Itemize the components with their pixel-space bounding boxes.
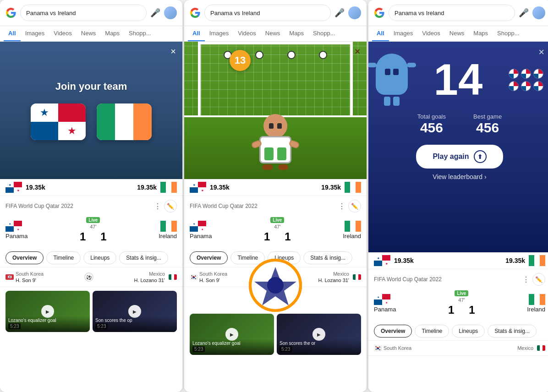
team-ireland-block-1: Ireland xyxy=(159,221,177,240)
ireland-orange xyxy=(133,103,152,140)
search-query-2: Panama vs Ireland xyxy=(210,10,260,16)
team-panama-block-1: ★ ★ Panama xyxy=(5,221,27,240)
search-input-2[interactable]: Panama vs Ireland xyxy=(204,5,331,21)
goals-row-1: 🇰🇷 South Korea H. Son 9' ⚽ Mexico H. Loz… xyxy=(0,267,182,287)
goal-player-right-1: H. Lozano 31' xyxy=(134,278,165,283)
match-score-row-1: ★ ★ Panama Live 47' 1 1 xyxy=(5,215,177,245)
google-logo xyxy=(5,7,16,18)
goal-post-right xyxy=(350,42,353,117)
tab-stats-1[interactable]: Stats & insig... xyxy=(119,251,168,264)
video-thumb-1-1[interactable]: ▶ 5:23 Lozano's equalizer goal xyxy=(5,291,90,332)
play-again-button[interactable]: Play again ⬆ xyxy=(416,145,503,169)
view-leaderboard-label: View leaderboard xyxy=(433,173,482,180)
goal-country-left-3: South Korea xyxy=(384,345,411,351)
tab-overview-3[interactable]: Overview xyxy=(374,325,412,338)
goal-country-left-2: South Korea xyxy=(199,271,227,277)
chevron-right-icon: › xyxy=(484,173,487,180)
mic-icon-3[interactable]: 🎤 xyxy=(519,8,529,18)
match-menu-1[interactable]: ⋮ xyxy=(154,202,161,211)
tab-all-3[interactable]: All xyxy=(372,26,389,41)
tab-images-2[interactable]: Images xyxy=(205,26,234,41)
video-thumb-2-2[interactable]: ▶ 5:23 Son scores the or xyxy=(277,314,361,355)
left-score-1: 19.35k xyxy=(26,184,45,191)
search-input-1[interactable]: Panama vs Ireland xyxy=(20,5,147,21)
search-bar-3: Panama vs Ireland 🎤 xyxy=(368,0,548,26)
total-goals-stat: Total goals 456 xyxy=(417,113,446,136)
video-thumb-1-2[interactable]: ▶ 5:23 Son scores the op xyxy=(93,291,177,332)
ireland-flag-match-2 xyxy=(345,221,361,232)
goal-player-right-2: H. Lozano 31' xyxy=(318,278,349,283)
team-flags: ★ ★ xyxy=(31,103,152,140)
sk-flag-3: 🇰🇷 xyxy=(374,344,382,352)
match-edit-3[interactable]: ✏️ xyxy=(532,273,545,286)
tab-images-3[interactable]: Images xyxy=(389,26,418,41)
video-caption-2-2: Son scores the or xyxy=(277,339,361,355)
tab-timeline-1[interactable]: Timeline xyxy=(46,251,81,264)
search-bar-1: Panama vs Ireland 🎤 xyxy=(0,0,182,26)
tab-maps-1[interactable]: Maps xyxy=(100,26,124,41)
team-panama-name-3: Panama xyxy=(374,306,396,313)
tab-all-2[interactable]: All xyxy=(188,26,205,41)
tab-videos-1[interactable]: Videos xyxy=(49,26,77,41)
tab-timeline-3[interactable]: Timeline xyxy=(415,325,449,338)
view-leaderboard-link[interactable]: View leaderboard › xyxy=(433,173,486,180)
match-tournament-3: FIFA World Cup Qatar 2022 xyxy=(374,276,442,283)
score2-1: 1 xyxy=(100,230,106,243)
best-game-value: 456 xyxy=(473,120,502,136)
avatar-1[interactable] xyxy=(164,6,177,19)
mascot-row: 14 xyxy=(376,54,543,106)
tab-maps-2[interactable]: Maps xyxy=(285,26,308,41)
mic-icon-1[interactable]: 🎤 xyxy=(150,8,160,18)
team-panama-name-1: Panama xyxy=(5,233,27,240)
tab-news-1[interactable]: News xyxy=(77,26,101,41)
tab-shop-1[interactable]: Shopp... xyxy=(124,26,155,41)
tab-stats-2[interactable]: Stats & insig... xyxy=(303,251,352,264)
tab-news-2[interactable]: News xyxy=(261,26,285,41)
video-thumb-2-1[interactable]: ▶ 5:23 Lozano's equalizer goal xyxy=(190,314,274,355)
match-tournament-2: FIFA World Cup Qatar 2022 xyxy=(190,203,258,209)
tab-images-1[interactable]: Images xyxy=(21,26,49,41)
right-score-3: 19.35k xyxy=(505,257,525,264)
avatar-3[interactable] xyxy=(532,6,545,19)
soccer-ball-overlay-2[interactable] xyxy=(248,258,303,315)
tab-lineups-3[interactable]: Lineups xyxy=(452,325,485,338)
match-menu-3[interactable]: ⋮ xyxy=(522,275,530,284)
share-icon[interactable]: ⬆ xyxy=(474,150,487,163)
score-bar-right-1: 19.35k xyxy=(137,182,177,193)
close-button-2[interactable]: × xyxy=(355,46,360,57)
tab-overview-1[interactable]: Overview xyxy=(5,251,44,264)
tab-shop-2[interactable]: Shopp... xyxy=(308,26,340,41)
svg-point-2 xyxy=(267,277,284,294)
search-query-1: Panama vs Ireland xyxy=(26,10,76,16)
match-section-3: FIFA World Cup Qatar 2022 ⋮ ✏️ ★ ★ Panam… xyxy=(368,269,548,322)
ireland-flag-card[interactable] xyxy=(97,103,152,140)
goal-player-left-2: H. Son 9' xyxy=(199,278,227,283)
ireland-flag xyxy=(97,103,152,140)
tab-overview-2[interactable]: Overview xyxy=(190,251,228,264)
tab-news-3[interactable]: News xyxy=(445,26,469,41)
match-edit-2[interactable]: ✏️ xyxy=(348,200,361,212)
close-button-3[interactable]: × xyxy=(538,46,544,58)
si-g xyxy=(160,182,166,193)
tab-shop-3[interactable]: Shopp... xyxy=(493,26,524,41)
team-panama-block-2: ★ ★ Panama xyxy=(190,221,212,240)
mexico-flag-2 xyxy=(353,274,361,280)
mic-icon-2[interactable]: 🎤 xyxy=(334,8,345,18)
search-input-3[interactable]: Panama vs Ireland xyxy=(389,5,515,21)
tab-videos-3[interactable]: Videos xyxy=(417,26,445,41)
goal-post-left xyxy=(198,42,201,117)
tab-videos-2[interactable]: Videos xyxy=(233,26,261,41)
match-menu-2[interactable]: ⋮ xyxy=(338,202,345,211)
mexico-flag-1 xyxy=(169,274,177,280)
tab-all-1[interactable]: All xyxy=(4,26,21,41)
tab-stats-3[interactable]: Stats & insig... xyxy=(488,325,537,338)
panama-flag-card[interactable]: ★ ★ xyxy=(31,103,86,140)
match-edit-1[interactable]: ✏️ xyxy=(164,200,177,212)
tab-lineups-1[interactable]: Lineups xyxy=(83,251,116,264)
close-button-1[interactable]: × xyxy=(170,46,176,57)
search-query-3: Panama vs Ireland xyxy=(395,10,444,16)
match-header-1: FIFA World Cup Qatar 2022 ⋮ ✏️ xyxy=(5,200,177,212)
tab-maps-3[interactable]: Maps xyxy=(469,26,493,41)
si-o xyxy=(171,182,177,193)
avatar-2[interactable] xyxy=(348,6,361,19)
